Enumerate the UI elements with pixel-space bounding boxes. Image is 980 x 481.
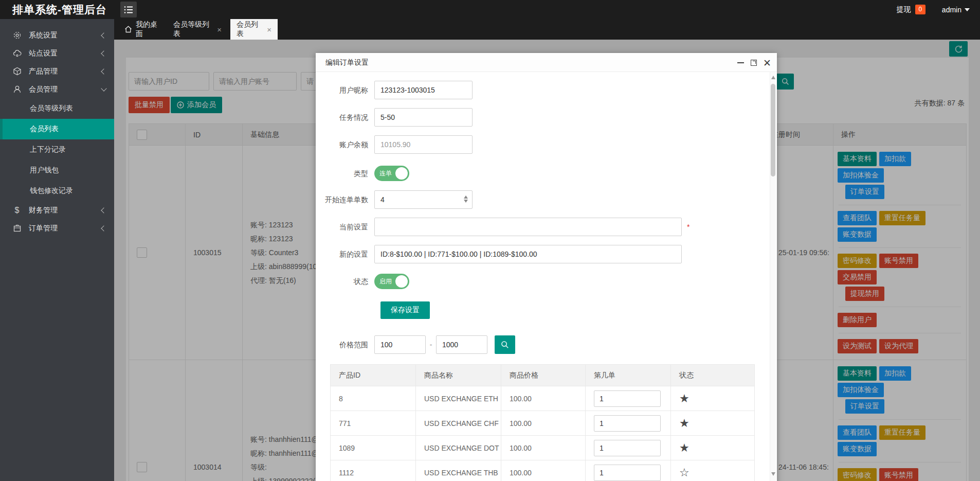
close-icon: ✕ (763, 57, 771, 69)
close-button[interactable]: ✕ (763, 58, 772, 67)
sidebar-item-label: 会员管理 (29, 85, 58, 94)
order-number-field[interactable] (594, 390, 661, 407)
price-range-separator: - (426, 341, 436, 349)
order-icon (12, 224, 22, 233)
star-filled-icon[interactable]: ★ (679, 392, 689, 405)
sidebar-item-label: 会员等级列表 (30, 104, 73, 113)
tab-label: 会员列表 (237, 20, 262, 39)
search-icon (501, 341, 509, 349)
sidebar-item-site-settings[interactable]: 站点设置 (0, 44, 114, 62)
home-icon (124, 26, 132, 33)
star-filled-icon[interactable]: ★ (679, 441, 689, 454)
sidebar-item-user-wallet[interactable]: 用户钱包 (0, 160, 114, 181)
type-label: 类型 (316, 166, 374, 181)
maximize-button[interactable] (749, 58, 758, 67)
product-price-cell: 100.00 (501, 436, 586, 460)
price-search-button[interactable] (495, 335, 515, 354)
screen: 排单系统-管理后台 提现 0 admin 系统设置站点设置产品管理会员管理会员等… (0, 0, 980, 481)
status-toggle[interactable]: 启用 (374, 274, 409, 289)
modal-body: 用户昵称 任务情况 账户余额 类型 连单 (316, 72, 770, 481)
minimize-icon (737, 62, 744, 63)
order-number-field[interactable] (594, 465, 661, 481)
scroll-down-arrow[interactable] (771, 472, 775, 476)
status-cell: ★ (671, 436, 755, 460)
chevron-down-icon (101, 85, 106, 91)
spinner-icon[interactable] (464, 195, 468, 203)
tab-close-icon[interactable]: × (267, 25, 271, 34)
sidebar-item-member-level-list[interactable]: 会员等级列表 (0, 98, 114, 119)
current-setting-field[interactable] (374, 218, 682, 236)
save-settings-button[interactable]: 保存设置 (380, 301, 430, 319)
withdraw-link[interactable]: 提现 0 (897, 5, 925, 14)
sidebar-item-member-management[interactable]: 会员管理 (0, 80, 114, 98)
product-price-cell: 100.00 (501, 411, 586, 436)
sidebar-item-system-settings[interactable]: 系统设置 (0, 26, 114, 44)
type-toggle[interactable]: 连单 (374, 166, 409, 181)
nickname-field[interactable] (374, 81, 473, 99)
order-number-field[interactable] (594, 440, 661, 456)
order-number-field[interactable] (594, 415, 661, 432)
tab-member-list[interactable]: 会员列表× (230, 19, 278, 40)
balance-field[interactable] (374, 135, 473, 154)
start-count-select[interactable] (374, 190, 473, 209)
sidebar-item-order-management[interactable]: 订单管理 (0, 219, 114, 237)
product-name-cell: USD EXCHANGE DOT (416, 436, 501, 460)
product-id-cell: 8 (331, 386, 416, 411)
sidebar-item-product-management[interactable]: 产品管理 (0, 62, 114, 80)
required-asterisk: * (687, 218, 689, 236)
star-outline-icon[interactable]: ☆ (679, 466, 689, 479)
price-range-label: 价格范围 (316, 335, 374, 354)
gear-icon (12, 31, 22, 40)
sidebar-item-member-list[interactable]: 会员列表 (0, 119, 114, 139)
product-icon (12, 67, 22, 76)
chevron-left-icon (101, 32, 106, 38)
tab-label: 我的桌面 (136, 20, 161, 39)
new-setting-field[interactable] (374, 245, 682, 263)
user-menu[interactable]: admin (942, 6, 970, 14)
toggle-knob (395, 275, 408, 288)
tab-close-icon[interactable]: × (217, 25, 222, 34)
username: admin (942, 6, 961, 14)
scroll-up-arrow[interactable] (771, 76, 775, 79)
finance-icon: $ (12, 206, 22, 215)
products-table-header: 产品ID 商品名称 商品价格 第几单 状态 (331, 365, 755, 386)
tab-label: 会员等级列表 (173, 20, 212, 39)
product-row: 1089USD EXCHANGE DOT100.00★ (331, 436, 755, 460)
products-table-body: 8USD EXCHANGE ETH100.00★771USD EXCHANGE … (331, 386, 755, 481)
content-area: 批量禁用 添加会员 共有数据: 87 条 (114, 40, 980, 481)
product-name-cell: USD EXCHANGE ETH (416, 386, 501, 411)
price-max-field[interactable] (436, 335, 487, 354)
sidebar-menu: 系统设置站点设置产品管理会员管理会员等级列表会员列表上下分记录用户钱包钱包修改记… (0, 19, 114, 237)
product-price-cell: 100.00 (501, 386, 586, 411)
withdraw-count-badge: 0 (915, 5, 925, 14)
sidebar-item-label: 产品管理 (29, 67, 58, 76)
minimize-button[interactable] (736, 58, 745, 67)
status-label: 状态 (316, 274, 374, 289)
task-field[interactable] (374, 108, 473, 127)
status-cell: ☆ (671, 460, 755, 481)
star-filled-icon[interactable]: ★ (679, 417, 689, 430)
product-name-cell: USD EXCHANGE CHF (416, 411, 501, 436)
product-id-cell: 1112 (331, 460, 416, 481)
chevron-left-icon (101, 207, 106, 213)
sidebar-item-finance-management[interactable]: $财务管理 (0, 201, 114, 219)
main-area: 我的桌面会员等级列表×会员列表× 批量 (114, 19, 980, 481)
products-table: 产品ID 商品名称 商品价格 第几单 状态 8USD EXCHANGE ETH1… (330, 364, 755, 481)
sidebar-item-wallet-modify-records[interactable]: 钱包修改记录 (0, 181, 114, 201)
col-product-name: 商品名称 (416, 365, 501, 386)
col-product-id: 产品ID (331, 365, 416, 386)
sidebar-toggle-button[interactable] (120, 2, 137, 17)
sidebar-item-label: 站点设置 (29, 49, 58, 58)
sidebar: 系统设置站点设置产品管理会员管理会员等级列表会员列表上下分记录用户钱包钱包修改记… (0, 19, 114, 481)
scrollbar-thumb[interactable] (771, 84, 775, 176)
hamburger-icon (124, 6, 133, 14)
product-id-cell: 771 (331, 411, 416, 436)
order-number-cell (586, 436, 671, 460)
sidebar-item-label: 用户钱包 (30, 166, 59, 175)
tab-member-level-list[interactable]: 会员等级列表× (167, 19, 228, 40)
price-min-field[interactable] (374, 335, 426, 354)
sidebar-item-label: 上下分记录 (30, 145, 66, 154)
sidebar-item-updown-records[interactable]: 上下分记录 (0, 139, 114, 160)
product-id-cell: 1089 (331, 436, 416, 460)
tab-my-desktop[interactable]: 我的桌面 (118, 19, 167, 40)
